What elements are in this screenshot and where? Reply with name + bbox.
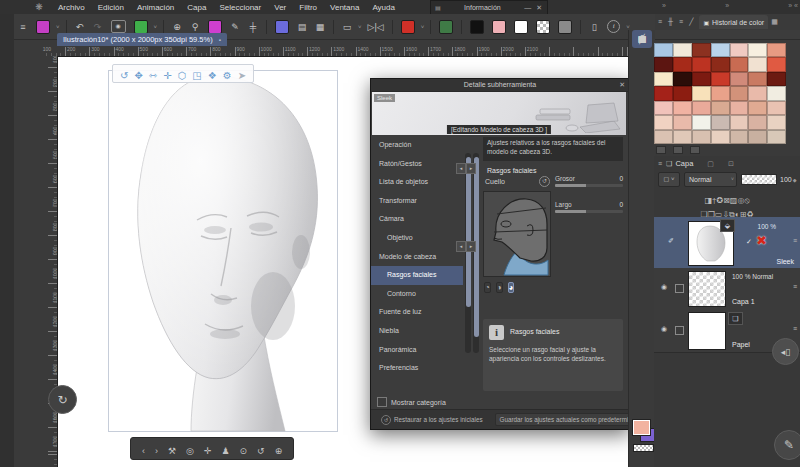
select-area-icon[interactable]: ▭ xyxy=(342,22,352,32)
scroll-left-button[interactable]: ◂ xyxy=(456,163,466,174)
tool-button[interactable]: ☛ xyxy=(632,30,652,48)
color-swatch[interactable] xyxy=(730,43,749,57)
redo-button[interactable]: ↷ xyxy=(93,22,103,32)
object-tool-icon[interactable]: ❖ xyxy=(208,70,217,81)
color-swatch[interactable] xyxy=(692,72,711,86)
color-swatch[interactable] xyxy=(654,101,673,115)
category-item[interactable]: Preferencias xyxy=(371,359,463,378)
color-swatch[interactable] xyxy=(748,57,767,71)
launcher-icon[interactable]: ‹ xyxy=(142,446,145,456)
chevron-down-icon[interactable]: ˅ xyxy=(56,24,60,30)
color-swatch[interactable] xyxy=(730,101,749,115)
color-swatch[interactable] xyxy=(673,130,692,144)
tab-color-history[interactable]: ▣ Historial de color xyxy=(699,15,768,29)
companion-device-icon[interactable]: ▯ xyxy=(589,22,599,32)
swatch-size-button[interactable] xyxy=(673,146,683,154)
color-swatch[interactable] xyxy=(748,43,767,57)
color-swatch[interactable] xyxy=(692,86,711,100)
grid-icon[interactable]: ▦ xyxy=(315,22,325,32)
object-tool-icon[interactable]: ✛ xyxy=(163,70,171,81)
category-item[interactable]: Cámara xyxy=(371,210,463,229)
layer-checkbox[interactable] xyxy=(675,284,684,293)
object-tool-icon[interactable]: ⇿ xyxy=(149,70,157,81)
category-item[interactable]: Ratón/Gestos xyxy=(371,155,463,174)
layer-row-capa1[interactable]: ◉ 100 % Normal Capa 1 ≡ xyxy=(654,268,800,309)
menu-item[interactable]: Seleccionar xyxy=(219,3,261,12)
chevron-down-icon[interactable]: ˅ xyxy=(626,24,630,30)
pattern-chip[interactable] xyxy=(439,20,453,34)
transparent-color-chip[interactable] xyxy=(633,444,654,452)
color-swatch[interactable] xyxy=(692,43,711,57)
color-swatch[interactable] xyxy=(730,86,749,100)
sliders-icon[interactable]: ╪ xyxy=(248,22,258,32)
launcher-icon[interactable]: ↺ xyxy=(257,446,265,456)
color-swatch[interactable] xyxy=(767,101,786,115)
color-swatch[interactable] xyxy=(767,115,786,129)
layer-menu-icon[interactable]: ≡ xyxy=(793,283,797,290)
color-swatch[interactable] xyxy=(730,130,749,144)
color-swatch[interactable] xyxy=(692,130,711,144)
edit-pencil-icon[interactable]: ✐ xyxy=(668,237,674,245)
eyedropper-icon[interactable]: ⚲ xyxy=(190,22,200,32)
swatch-size-button[interactable] xyxy=(656,146,666,154)
scroll-left-button[interactable]: ◂ xyxy=(456,241,466,252)
launcher-icon[interactable]: ⊙ xyxy=(240,446,248,456)
screen-preview-icon[interactable]: ◉ xyxy=(111,20,126,33)
category-item[interactable]: Objetivo xyxy=(371,229,463,248)
color-swatch[interactable] xyxy=(767,43,786,57)
reset-feature-icon[interactable]: ↺ xyxy=(539,176,550,187)
info-window-titlebar[interactable]: ▤ Información — ✕ xyxy=(430,0,548,15)
menu-item[interactable]: Edición xyxy=(98,3,124,12)
brush-shape-dropdown[interactable]: ▢ ˅ xyxy=(658,172,680,187)
layer-menu-icon[interactable]: ≡ xyxy=(793,237,797,244)
layer-thumbnail[interactable] xyxy=(688,312,726,350)
white-color-chip[interactable] xyxy=(514,20,528,34)
face-part-button[interactable]: ◔ xyxy=(484,282,491,293)
scrollbar[interactable] xyxy=(473,153,479,353)
chevron-down-icon[interactable]: ˅ xyxy=(154,24,158,30)
checkbox[interactable] xyxy=(377,397,387,407)
layers-icon[interactable]: ▤ xyxy=(297,22,307,32)
launcher-icon[interactable]: › xyxy=(155,446,158,456)
color-swatch[interactable] xyxy=(767,86,786,100)
color-swatch[interactable] xyxy=(767,72,786,86)
object-tool-icon[interactable]: ◳ xyxy=(192,70,201,81)
category-item[interactable]: Lista de objetos xyxy=(371,173,463,192)
color-swatch[interactable] xyxy=(748,86,767,100)
tool-color-chip[interactable] xyxy=(36,20,50,34)
category-item[interactable]: Modelo de cabeza xyxy=(371,248,463,267)
eye-visibility-icon[interactable]: ◉ xyxy=(661,325,667,333)
swatch-size-button[interactable] xyxy=(690,146,700,154)
color-swatch[interactable] xyxy=(711,86,730,100)
category-item[interactable]: Operación xyxy=(371,136,463,155)
category-item[interactable]: Fuente de luz xyxy=(371,303,463,322)
color-swatch[interactable] xyxy=(654,115,673,129)
color-swatch[interactable] xyxy=(730,72,749,86)
color-swatch[interactable] xyxy=(654,57,673,71)
pick-color-chip[interactable] xyxy=(208,20,222,34)
scrollbar[interactable] xyxy=(465,153,471,353)
color-swatch[interactable] xyxy=(673,101,692,115)
object-tool-icon[interactable]: ⬡ xyxy=(178,70,187,81)
rotate-canvas-button[interactable]: ↻ xyxy=(48,385,77,414)
object-tool-icon[interactable]: ✥ xyxy=(134,70,142,81)
launcher-icon[interactable]: ♟ xyxy=(221,446,229,456)
minimize-icon[interactable]: — xyxy=(524,4,531,11)
color-swatch[interactable] xyxy=(711,57,730,71)
opacity-spinner[interactable]: ◆ xyxy=(793,177,797,183)
color-swatch[interactable] xyxy=(673,115,692,129)
color-swatch[interactable] xyxy=(673,57,692,71)
layer-menu-icon[interactable]: ≡ xyxy=(793,325,797,332)
launcher-icon[interactable]: ✛ xyxy=(204,446,212,456)
launcher-icon[interactable]: ⊕ xyxy=(275,446,283,456)
pink-color-chip[interactable] xyxy=(492,20,506,34)
color-swatch[interactable] xyxy=(692,101,711,115)
panel-tab-icon[interactable]: ╫ xyxy=(668,18,673,25)
animation-tab-icon[interactable]: ⊡ xyxy=(728,160,734,168)
color-swatch[interactable] xyxy=(673,86,692,100)
object-tool-icon[interactable]: ↺ xyxy=(120,70,128,81)
color-swatch[interactable] xyxy=(748,72,767,86)
color-swatch[interactable] xyxy=(748,130,767,144)
undo-button[interactable]: ↶ xyxy=(75,22,85,32)
tool-color-chip[interactable] xyxy=(134,20,148,34)
